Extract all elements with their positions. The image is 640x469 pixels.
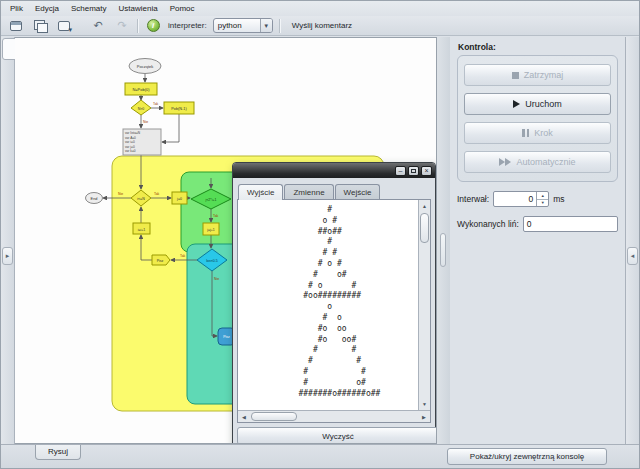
control-panel: Kontrola: Zatrzymaj Uruchom Krok Automat… — [450, 37, 625, 444]
flow-label-var3: var i=0 — [125, 140, 135, 144]
diagram-canvas[interactable]: Początek N=Pob(0) N>0 Pob(N-1) var lista… — [15, 37, 437, 444]
executed-lines-label: Wykonanych liń: — [457, 219, 519, 229]
flow-label-cond-j: j<2*i+1 — [205, 198, 217, 202]
export-icon — [58, 21, 70, 31]
control-panel-title: Kontrola: — [458, 42, 618, 52]
flow-label-var5: var k=0 — [125, 149, 136, 153]
flow-label-call: Pob(N-1) — [171, 107, 187, 111]
step-button[interactable]: Krok — [464, 122, 611, 144]
undo-icon: ↶ — [93, 20, 102, 31]
scroll-down-icon[interactable]: ▼ — [419, 398, 430, 410]
tab-zmienne[interactable]: Zmienne — [284, 184, 333, 199]
executed-lines-field[interactable]: 0 — [523, 216, 618, 232]
auto-button[interactable]: Automatycznie — [464, 151, 611, 173]
flow-label-write2: Pisz — [223, 335, 230, 339]
expand-right-icon[interactable]: ◂ — [627, 247, 638, 265]
stop-icon — [512, 72, 519, 79]
scroll-up-icon[interactable]: ▲ — [419, 200, 430, 212]
menu-edycja[interactable]: Edycja — [30, 3, 64, 14]
hscroll-thumb[interactable] — [251, 412, 297, 421]
svg-text:Tak: Tak — [180, 254, 186, 258]
new-schematic-button[interactable] — [7, 18, 25, 34]
flow-label-write: Pisz — [157, 259, 164, 263]
splitter-handle[interactable] — [440, 233, 446, 267]
export-schematic-button[interactable] — [55, 18, 73, 34]
chevron-down-icon: ▼ — [260, 19, 272, 32]
flow-label-end: End — [91, 197, 98, 201]
interpreter-select[interactable]: python ▼ — [213, 18, 273, 33]
copy-icon — [34, 20, 47, 31]
vertical-scrollbar[interactable]: ▲ ▼ — [418, 200, 430, 410]
tab-wejscie[interactable]: Wejście — [335, 184, 381, 199]
flow-label-init-j: j=0 — [176, 197, 182, 201]
right-collapsed-panel[interactable]: ◂ — [625, 37, 639, 444]
menu-pomoc[interactable]: Pomoc — [165, 3, 200, 14]
bottom-bar: Rysuj Pokaż/ukryj zewnętrzną konsolę — [1, 444, 639, 468]
undo-button[interactable]: ↶ — [89, 18, 107, 34]
toolbar-separator — [137, 19, 138, 33]
tab-rysuj[interactable]: Rysuj — [35, 445, 81, 460]
redo-button[interactable]: ↷ — [113, 18, 131, 34]
interval-value: 0 — [494, 192, 536, 206]
stop-label: Zatrzymaj — [524, 70, 564, 80]
scroll-right-icon[interactable]: ▶ — [418, 411, 430, 422]
interpreter-value: python — [214, 21, 260, 30]
step-icon — [522, 129, 529, 137]
flow-label-var4: var j=0 — [125, 145, 135, 149]
flow-label-start: Początek — [137, 64, 153, 69]
horizontal-scrollbar[interactable]: ◀ ▶ — [238, 410, 430, 422]
scroll-left-icon[interactable]: ◀ — [238, 411, 250, 422]
step-label: Krok — [534, 128, 553, 138]
svg-text:Nie: Nie — [143, 120, 148, 124]
tab-wyjscie[interactable]: Wyjście — [238, 184, 283, 200]
svg-text:Nie: Nie — [118, 192, 123, 196]
spin-up-icon: ▲ — [537, 192, 548, 200]
menu-schematy[interactable]: Schematy — [66, 3, 112, 14]
copy-schematic-button[interactable] — [31, 18, 49, 34]
console-tabs: Wyjście Zmienne Wejście — [233, 178, 435, 199]
redo-icon: ↷ — [117, 20, 126, 31]
stop-button[interactable]: Zatrzymaj — [464, 64, 611, 86]
clear-button[interactable]: Wyczyść — [237, 427, 437, 444]
toolbar-separator — [279, 19, 280, 33]
interval-spinner[interactable]: 0 ▲▼ — [493, 191, 549, 207]
info-icon: i — [147, 19, 160, 32]
left-collapsed-panel[interactable]: ▸ — [1, 37, 15, 444]
vscroll-thumb[interactable] — [420, 213, 429, 243]
flow-label-cond-i: i<=N — [137, 197, 145, 201]
spin-buttons[interactable]: ▲▼ — [536, 192, 548, 206]
flow-label-inc-j: j=j+1 — [206, 228, 215, 232]
console-output-frame: # o # ##o## # # # # o # # o# # o # #oo##… — [237, 199, 431, 423]
run-button[interactable]: Uruchom — [464, 93, 611, 115]
expand-left-icon[interactable]: ▸ — [2, 247, 13, 265]
console-window[interactable]: – × Wyjście Zmienne Wejście # o # ##o## … — [232, 162, 436, 444]
spin-down-icon: ▼ — [537, 200, 548, 207]
main-area: ▸ — [1, 37, 639, 444]
svg-text:Tak: Tak — [154, 192, 160, 196]
minimize-button[interactable]: – — [395, 166, 406, 176]
control-groupbox: Zatrzymaj Uruchom Krok Automatycznie — [457, 55, 618, 182]
console-titlebar[interactable]: – × — [233, 163, 435, 178]
send-comment-button[interactable]: Wyślij komentarz — [286, 19, 358, 32]
menu-plik[interactable]: Plik — [5, 3, 28, 14]
toolbar: ↶ ↷ i interpreter: python ▼ Wyślij komen… — [1, 16, 639, 36]
info-button[interactable]: i — [144, 18, 162, 34]
splitter[interactable] — [437, 37, 450, 444]
new-icon — [10, 21, 22, 31]
play-icon — [513, 100, 520, 108]
close-button[interactable]: × — [421, 166, 432, 176]
menu-ustawienia[interactable]: Ustawienia — [113, 3, 162, 14]
menubar: Plik Edycja Schematy Ustawienia Pomoc — [1, 1, 639, 16]
interpreter-label: interpreter: — [168, 21, 207, 30]
run-label: Uruchom — [525, 99, 562, 109]
maximize-button[interactable] — [408, 166, 419, 176]
fast-forward-icon — [499, 158, 511, 166]
interval-unit: ms — [553, 194, 564, 204]
flow-label-cond-r: los<0.5 — [206, 259, 217, 263]
maximize-icon — [411, 169, 416, 173]
flow-label-var1: var lista=N — [125, 131, 141, 135]
interval-label: Interwał: — [457, 194, 489, 204]
console-output[interactable]: # o # ##o## # # # # o # # o# # o # #oo##… — [238, 200, 418, 410]
toggle-external-console-button[interactable]: Pokaż/ukryj zewnętrzną konsolę — [447, 448, 607, 465]
app-window: Plik Edycja Schematy Ustawienia Pomoc ↶ … — [0, 0, 640, 469]
